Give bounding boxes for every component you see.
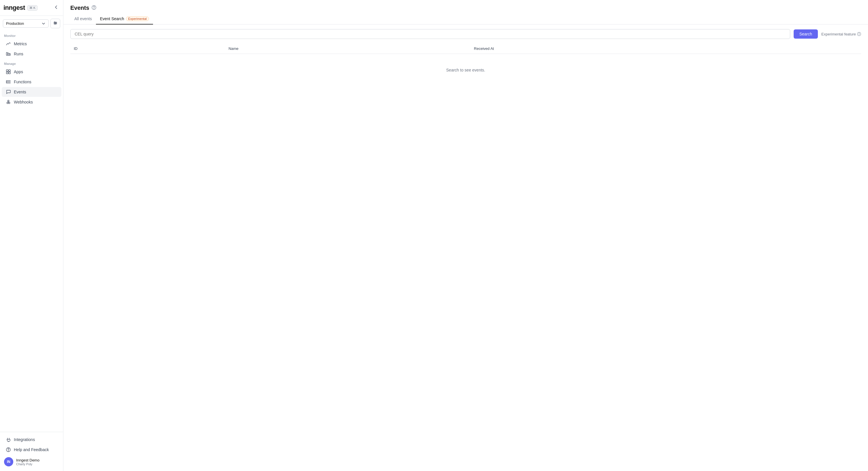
user-name: Inngest Demo	[16, 458, 39, 462]
user-details: Inngest Demo Charly Poly	[16, 458, 39, 466]
shortcut-label: ⌘ K	[29, 6, 35, 10]
sidebar-bottom: Integrations Help and Feedback IN Innges…	[0, 432, 63, 471]
tab-event-search-label: Event Search	[100, 17, 124, 21]
manage-section: Manage Apps Functio	[0, 59, 63, 107]
experimental-text: Experimental feature	[821, 32, 856, 36]
sidebar-item-events-label: Events	[14, 90, 26, 94]
main-content: Events All events Event Search Experimen…	[63, 0, 868, 471]
svg-rect-11	[6, 72, 8, 74]
monitor-section-label: Monitor	[0, 31, 63, 39]
sidebar-item-events[interactable]: Events	[2, 87, 61, 97]
sidebar-item-apps-label: Apps	[14, 69, 23, 74]
page-header: Events	[63, 0, 868, 11]
avatar: IN	[4, 457, 13, 466]
svg-rect-12	[9, 72, 10, 74]
sidebar-item-functions[interactable]: Functions	[2, 77, 61, 87]
sidebar-item-webhooks-label: Webhooks	[14, 100, 33, 104]
user-info[interactable]: IN Inngest Demo Charly Poly	[0, 455, 63, 469]
manage-section-label: Manage	[0, 59, 63, 66]
environment-selector-area: Production	[3, 19, 60, 28]
sliders-icon	[53, 21, 58, 25]
events-table: ID Name Received At Search to see events…	[70, 43, 861, 86]
sidebar-item-functions-label: Functions	[14, 80, 31, 84]
logo-area: inngest ⌘ K	[3, 4, 37, 11]
svg-point-4	[56, 23, 57, 24]
sidebar-item-metrics-label: Metrics	[14, 41, 27, 46]
svg-point-26	[94, 8, 94, 9]
collapse-sidebar-button[interactable]	[53, 4, 60, 11]
sidebar-item-runs[interactable]: Runs	[2, 49, 61, 59]
chevron-down-icon	[41, 22, 45, 26]
svg-rect-10	[9, 70, 10, 71]
col-name: Name	[225, 43, 471, 54]
sidebar-item-integrations-label: Integrations	[14, 437, 35, 442]
webhook-icon	[6, 99, 11, 105]
chart-line-icon	[6, 41, 11, 47]
grid-icon	[6, 69, 11, 75]
experimental-badge: Experimental	[126, 17, 149, 21]
sidebar-item-integrations[interactable]: Integrations	[2, 435, 61, 444]
svg-rect-9	[6, 70, 8, 71]
empty-state-row: Search to see events.	[70, 54, 861, 86]
svg-point-29	[859, 33, 859, 33]
page-title: Events	[70, 5, 89, 11]
results-table: ID Name Received At Search to see events…	[70, 43, 861, 471]
table-header-row: ID Name Received At	[70, 43, 861, 54]
svg-rect-6	[6, 53, 7, 55]
svg-line-21	[8, 102, 9, 102]
sidebar-item-webhooks[interactable]: Webhooks	[2, 97, 61, 107]
svg-point-5	[55, 24, 56, 25]
environment-dropdown[interactable]: Production	[3, 19, 49, 28]
logo: inngest	[3, 4, 25, 11]
keyboard-shortcut[interactable]: ⌘ K	[27, 5, 37, 11]
environment-label: Production	[6, 21, 24, 26]
sidebar-item-metrics[interactable]: Metrics	[2, 39, 61, 49]
svg-point-24	[8, 451, 9, 451]
sidebar: inngest ⌘ K Production	[0, 0, 63, 471]
filter-button[interactable]	[51, 19, 60, 28]
question-circle-icon	[6, 447, 11, 452]
experimental-feature-label: Experimental feature	[821, 32, 861, 36]
svg-rect-8	[9, 54, 10, 55]
search-area: Search Experimental feature	[63, 25, 868, 43]
svg-rect-7	[8, 53, 9, 55]
user-email: Charly Poly	[16, 462, 39, 466]
col-received-at: Received At	[471, 43, 861, 54]
sidebar-item-runs-label: Runs	[14, 52, 23, 56]
tab-all-events[interactable]: All events	[70, 13, 96, 25]
list-bars-icon	[6, 51, 11, 57]
monitor-section: Monitor Metrics Runs	[0, 31, 63, 59]
search-button[interactable]: Search	[794, 29, 818, 39]
tab-event-search[interactable]: Event Search Experimental	[96, 13, 153, 25]
cel-query-input[interactable]	[70, 29, 790, 39]
sidebar-item-help[interactable]: Help and Feedback	[2, 445, 61, 454]
chat-bubble-icon	[6, 89, 11, 94]
sidebar-item-apps[interactable]: Apps	[2, 67, 61, 77]
info-icon	[857, 32, 861, 36]
tabs-bar: All events Event Search Experimental	[63, 13, 868, 25]
plug-icon	[6, 437, 11, 442]
list-lines-icon	[6, 79, 11, 85]
svg-point-3	[55, 22, 55, 23]
empty-state-message: Search to see events.	[70, 54, 861, 86]
sidebar-header: inngest ⌘ K	[0, 0, 63, 16]
help-circle-icon[interactable]	[92, 5, 96, 11]
tab-all-events-label: All events	[74, 17, 92, 21]
sidebar-item-help-label: Help and Feedback	[14, 447, 49, 452]
col-id: ID	[70, 43, 225, 54]
